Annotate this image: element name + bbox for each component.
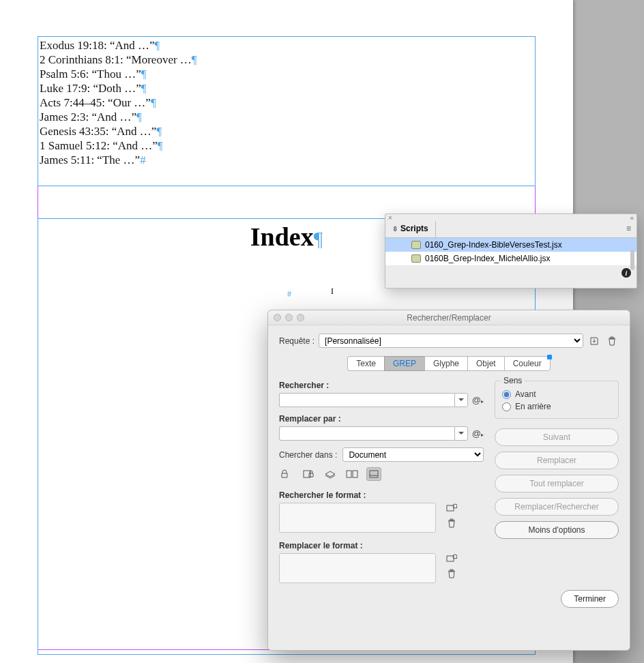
direction-legend: Sens <box>501 376 525 385</box>
end-of-story-icon: # <box>287 289 291 299</box>
body-line: Psalm 5:6: “Thou …” <box>40 68 141 80</box>
scrollbar-thumb[interactable] <box>630 250 634 270</box>
svg-rect-5 <box>447 505 454 511</box>
script-item[interactable]: 0160_Grep-Index-BibleVersesTest.jsx <box>385 238 636 252</box>
direction-forward-label: Avant <box>515 389 536 399</box>
script-name: 0160B_Grep-Index_MichelAllio.jsx <box>425 254 550 263</box>
svg-line-10 <box>456 558 457 559</box>
jsx-file-icon <box>411 254 421 263</box>
include-locked-stories-icon[interactable] <box>301 467 316 481</box>
body-line: Genesis 43:35: “And …” <box>40 125 156 138</box>
clear-replace-format-icon[interactable] <box>445 568 458 579</box>
search-label: Rechercher : <box>279 381 484 390</box>
clear-search-format-icon[interactable] <box>445 518 458 529</box>
radio-forward[interactable] <box>502 390 511 399</box>
find-replace-dialog[interactable]: Rechercher/Remplacer Requête : [Personna… <box>267 310 630 651</box>
direction-backward-label: En arrière <box>515 402 551 411</box>
replace-history-dropdown[interactable] <box>454 426 468 441</box>
tab-scripts[interactable]: ⇳ Scripts <box>385 221 436 237</box>
index-heading-text: Index <box>250 222 314 251</box>
svg-rect-2 <box>353 471 357 477</box>
svg-rect-3 <box>370 471 378 477</box>
body-line: 1 Samuel 5:12: “And …” <box>40 139 158 152</box>
dialog-titlebar[interactable]: Rechercher/Remplacer <box>268 310 630 325</box>
scope-label: Chercher dans : <box>279 450 337 460</box>
scope-select[interactable]: Document <box>342 447 484 462</box>
pilcrow-icon: ¶ <box>155 39 160 52</box>
fewer-options-button[interactable]: Moins d'options <box>495 521 619 539</box>
direction-forward[interactable]: Avant <box>502 389 611 399</box>
delete-query-icon[interactable] <box>605 334 619 348</box>
script-list[interactable]: 0160_Grep-Index-BibleVersesTest.jsx 0160… <box>385 238 636 265</box>
search-input[interactable] <box>279 393 454 407</box>
script-item[interactable]: 0160B_Grep-Index_MichelAllio.jsx <box>385 252 636 265</box>
pilcrow-icon: ¶ <box>314 227 323 250</box>
done-button[interactable]: Terminer <box>561 590 619 608</box>
text-cursor-icon: I <box>331 286 336 297</box>
sort-icon: ⇳ <box>392 225 398 233</box>
body-line: 2 Corinthians 8:1: “Moreover … <box>40 53 192 66</box>
query-label: Requête : <box>279 336 314 346</box>
svg-line-7 <box>456 507 457 509</box>
svg-rect-1 <box>347 471 351 477</box>
pilcrow-icon: ¶ <box>151 96 156 109</box>
body-line: Luke 17:9: “Doth …” <box>40 82 141 95</box>
search-format-label: Rechercher le format : <box>279 490 484 500</box>
special-chars-search-icon[interactable]: @▸ <box>472 395 484 405</box>
include-master-pages-icon[interactable] <box>345 467 360 481</box>
close-icon[interactable]: × <box>388 214 392 221</box>
body-text[interactable]: Exodus 19:18: “And …”¶ 2 Corinthians 8:1… <box>38 37 535 168</box>
save-query-icon[interactable] <box>587 334 601 348</box>
replace-input[interactable] <box>279 426 454 441</box>
dialog-title: Rechercher/Remplacer <box>268 313 630 323</box>
search-format-box[interactable] <box>279 503 436 533</box>
pilcrow-icon: ¶ <box>158 139 163 152</box>
specify-search-format-icon[interactable] <box>445 503 458 514</box>
tab-label: Scripts <box>400 224 428 233</box>
pilcrow-icon: ¶ <box>156 125 162 138</box>
svg-rect-8 <box>447 556 454 561</box>
replace-button[interactable]: Remplacer <box>495 452 619 469</box>
panel-menu-icon[interactable]: ≡ <box>621 221 636 237</box>
include-hidden-layers-icon[interactable] <box>323 467 338 481</box>
body-line: Acts 7:44–45: “Our …” <box>40 96 151 109</box>
search-history-dropdown[interactable] <box>454 393 468 407</box>
scripts-panel[interactable]: × « ⇳ Scripts ≡ 0160_Grep-Index-BibleVer… <box>385 213 637 289</box>
replace-find-button[interactable]: Remplacer/Rechercher <box>495 498 619 516</box>
replace-all-button[interactable]: Tout remplacer <box>495 475 619 492</box>
query-select[interactable]: [Personnalisée] <box>319 334 583 348</box>
include-footnotes-icon[interactable] <box>366 467 381 481</box>
tab-object[interactable]: Objet <box>467 356 504 371</box>
modified-dot-icon <box>547 355 552 359</box>
jsx-file-icon <box>411 241 421 249</box>
body-line: James 5:11: “The …” <box>40 153 140 166</box>
specify-replace-format-icon[interactable] <box>445 553 458 564</box>
story-text-frame[interactable]: Exodus 19:18: “And …”¶ 2 Corinthians 8:1… <box>38 36 536 186</box>
pilcrow-icon: ¶ <box>192 53 197 66</box>
special-chars-replace-icon[interactable]: @▸ <box>472 428 484 439</box>
info-icon[interactable]: i <box>621 268 631 278</box>
pilcrow-icon: ¶ <box>136 110 142 123</box>
direction-group: Sens Avant En arrière <box>495 381 619 419</box>
replace-format-label: Remplacer le format : <box>279 541 484 550</box>
tab-color[interactable]: Couleur <box>504 356 551 371</box>
tab-glyph[interactable]: Glyphe <box>424 356 467 371</box>
find-next-button[interactable]: Suivant <box>495 428 619 446</box>
collapse-icon[interactable]: « <box>630 214 634 221</box>
replace-format-box[interactable] <box>279 553 436 583</box>
include-locked-layers-icon[interactable] <box>279 467 294 481</box>
radio-backward[interactable] <box>502 402 511 411</box>
pilcrow-icon: ¶ <box>141 82 147 95</box>
body-line: James 2:3: “And …” <box>40 110 136 123</box>
replace-label: Remplacer par : <box>279 414 484 424</box>
tab-text[interactable]: Texte <box>347 356 384 371</box>
body-line: Exodus 19:18: “And …” <box>40 39 155 52</box>
tab-grep[interactable]: GREP <box>384 356 424 371</box>
pilcrow-icon: ¶ <box>141 68 147 80</box>
script-name: 0160_Grep-Index-BibleVersesTest.jsx <box>425 240 562 250</box>
direction-backward[interactable]: En arrière <box>502 402 611 411</box>
end-of-story-icon: # <box>140 153 146 166</box>
